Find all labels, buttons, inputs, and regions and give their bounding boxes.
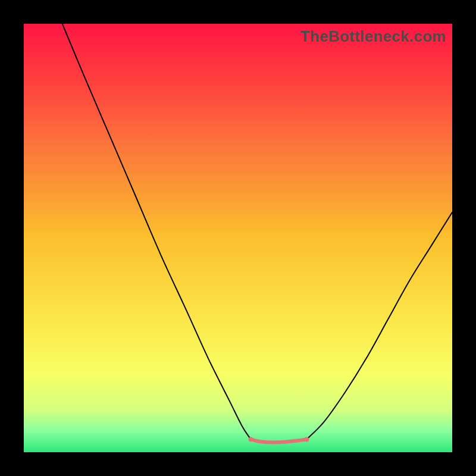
chart-frame: TheBottleneck.com bbox=[24, 24, 452, 452]
watermark-text: TheBottleneck.com bbox=[300, 27, 446, 46]
curve-marker bbox=[304, 437, 309, 441]
chart-svg bbox=[24, 24, 452, 452]
curve-marker bbox=[249, 437, 253, 441]
gradient-background bbox=[24, 24, 452, 452]
